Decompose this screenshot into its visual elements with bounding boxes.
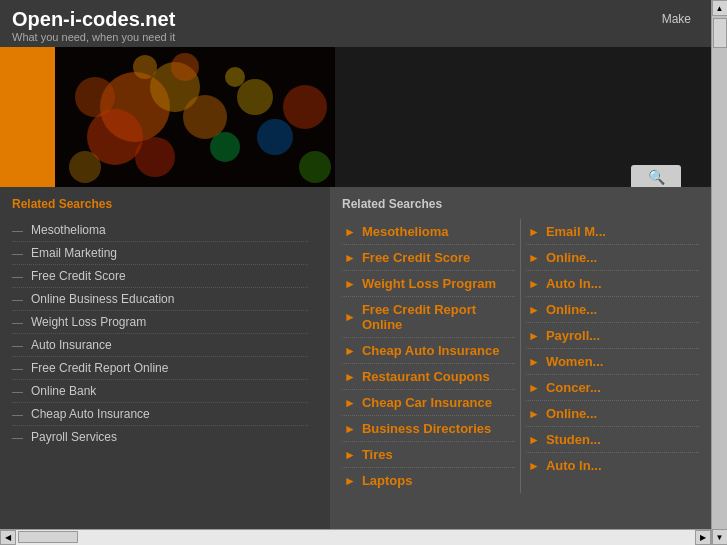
orange-arrow-icon: ► <box>344 310 356 324</box>
scroll-track[interactable] <box>16 530 695 545</box>
site-title: Open-i-codes.net <box>12 8 699 31</box>
list-item[interactable]: — Online Business Education <box>12 288 308 311</box>
list-item[interactable]: ► Studen... <box>526 427 699 453</box>
main-container: Open-i-codes.net What you need, when you… <box>0 0 711 545</box>
left-sidebar: Related Searches — Mesothelioma — Email … <box>0 187 320 487</box>
arrow-icon: — <box>12 362 23 374</box>
right-panel-title: Related Searches <box>342 197 699 211</box>
orange-arrow-icon: ► <box>528 407 540 421</box>
orange-arrow-icon: ► <box>344 422 356 436</box>
vertical-scrollbar[interactable]: ▲ ▼ <box>711 0 727 545</box>
right-col-1: ► Mesothelioma ► Free Credit Score ► Wei… <box>342 219 515 493</box>
orange-arrow-icon: ► <box>528 381 540 395</box>
list-item[interactable]: ► Restaurant Coupons <box>342 364 515 390</box>
site-subtitle: What you need, when you need it <box>12 31 699 43</box>
list-item[interactable]: — Email Marketing <box>12 242 308 265</box>
orange-arrow-icon: ► <box>528 433 540 447</box>
horizontal-scrollbar[interactable]: ◀ ▶ <box>0 529 711 545</box>
scroll-left-button[interactable]: ◀ <box>0 530 16 545</box>
list-item[interactable]: ► Payroll... <box>526 323 699 349</box>
search-item-label: Cheap Auto Insurance <box>362 343 499 358</box>
search-icon: 🔍 <box>648 169 665 185</box>
search-item-label: Online... <box>546 302 597 317</box>
search-item-label: Free Credit Report Online <box>31 361 168 375</box>
header: Open-i-codes.net What you need, when you… <box>0 0 711 47</box>
orange-arrow-icon: ► <box>528 225 540 239</box>
search-item-label: Restaurant Coupons <box>362 369 490 384</box>
list-item[interactable]: ► Cheap Car Insurance <box>342 390 515 416</box>
list-item[interactable]: ► Online... <box>526 401 699 427</box>
orange-arrow-icon: ► <box>344 277 356 291</box>
search-item-label: Auto In... <box>546 276 602 291</box>
scroll-down-button[interactable]: ▼ <box>712 529 728 545</box>
search-item-label: Free Credit Score <box>31 269 126 283</box>
search-item-label: Online... <box>546 250 597 265</box>
search-item-label: Email M... <box>546 224 606 239</box>
list-item[interactable]: ► Business Directories <box>342 416 515 442</box>
list-item[interactable]: — Payroll Services <box>12 426 308 448</box>
search-item-label: Women... <box>546 354 604 369</box>
arrow-icon: — <box>12 293 23 305</box>
arrow-icon: — <box>12 385 23 397</box>
hero-image <box>55 47 335 187</box>
orange-arrow-icon: ► <box>528 303 540 317</box>
arrow-icon: — <box>12 408 23 420</box>
list-item[interactable]: ► Auto In... <box>526 271 699 297</box>
search-item-label: Weight Loss Program <box>362 276 496 291</box>
header-make-link[interactable]: Make <box>662 12 691 26</box>
list-item[interactable]: — Free Credit Score <box>12 265 308 288</box>
list-item[interactable]: — Online Bank <box>12 380 308 403</box>
scroll-thumb-vertical[interactable] <box>713 18 727 48</box>
search-item-label: Free Credit Report Online <box>362 302 513 332</box>
scroll-right-button[interactable]: ▶ <box>695 530 711 545</box>
list-item[interactable]: ► Tires <box>342 442 515 468</box>
search-item-label: Tires <box>362 447 393 462</box>
left-related-searches-title: Related Searches <box>12 197 308 211</box>
right-search-grid: ► Mesothelioma ► Free Credit Score ► Wei… <box>342 219 699 493</box>
arrow-icon: — <box>12 339 23 351</box>
orange-arrow-icon: ► <box>344 225 356 239</box>
list-item[interactable]: ► Free Credit Report Online <box>342 297 515 338</box>
orange-arrow-icon: ► <box>528 355 540 369</box>
list-item[interactable]: — Cheap Auto Insurance <box>12 403 308 426</box>
orange-arrow-icon: ► <box>344 448 356 462</box>
orange-sidebar <box>0 47 55 187</box>
search-item-label: Online Business Education <box>31 292 174 306</box>
search-item-label: Free Credit Score <box>362 250 470 265</box>
list-item[interactable]: ► Online... <box>526 245 699 271</box>
list-item[interactable]: ► Women... <box>526 349 699 375</box>
list-item[interactable]: — Weight Loss Program <box>12 311 308 334</box>
content-area: Related Searches — Mesothelioma — Email … <box>0 187 711 487</box>
search-item-label: Studen... <box>546 432 601 447</box>
search-item-label: Weight Loss Program <box>31 315 146 329</box>
scroll-thumb[interactable] <box>18 531 78 543</box>
list-item[interactable]: ► Email M... <box>526 219 699 245</box>
list-item[interactable]: ► Online... <box>526 297 699 323</box>
hero-area: 🔍 <box>0 47 711 187</box>
scroll-up-button[interactable]: ▲ <box>712 0 728 16</box>
list-item[interactable]: — Mesothelioma <box>12 219 308 242</box>
orange-arrow-icon: ► <box>344 396 356 410</box>
arrow-icon: — <box>12 431 23 443</box>
list-item[interactable]: ► Weight Loss Program <box>342 271 515 297</box>
search-item-label: Laptops <box>362 473 413 488</box>
orange-arrow-icon: ► <box>344 370 356 384</box>
search-item-label: Online Bank <box>31 384 96 398</box>
list-item[interactable]: — Auto Insurance <box>12 334 308 357</box>
list-item[interactable]: ► Cheap Auto Insurance <box>342 338 515 364</box>
right-col-2: ► Email M... ► Online... ► Auto In... <box>526 219 699 493</box>
orange-arrow-icon: ► <box>344 251 356 265</box>
list-item[interactable]: ► Free Credit Score <box>342 245 515 271</box>
arrow-icon: — <box>12 247 23 259</box>
list-item[interactable]: ► Auto In... <box>526 453 699 478</box>
list-item[interactable]: ► Laptops <box>342 468 515 493</box>
search-item-label: Cheap Car Insurance <box>362 395 492 410</box>
list-item[interactable]: — Free Credit Report Online <box>12 357 308 380</box>
list-item[interactable]: ► Mesothelioma <box>342 219 515 245</box>
search-box-hero[interactable]: 🔍 <box>631 165 681 187</box>
search-item-label: Business Directories <box>362 421 491 436</box>
orange-arrow-icon: ► <box>528 251 540 265</box>
column-divider <box>520 219 521 493</box>
search-item-label: Cheap Auto Insurance <box>31 407 150 421</box>
list-item[interactable]: ► Concer... <box>526 375 699 401</box>
